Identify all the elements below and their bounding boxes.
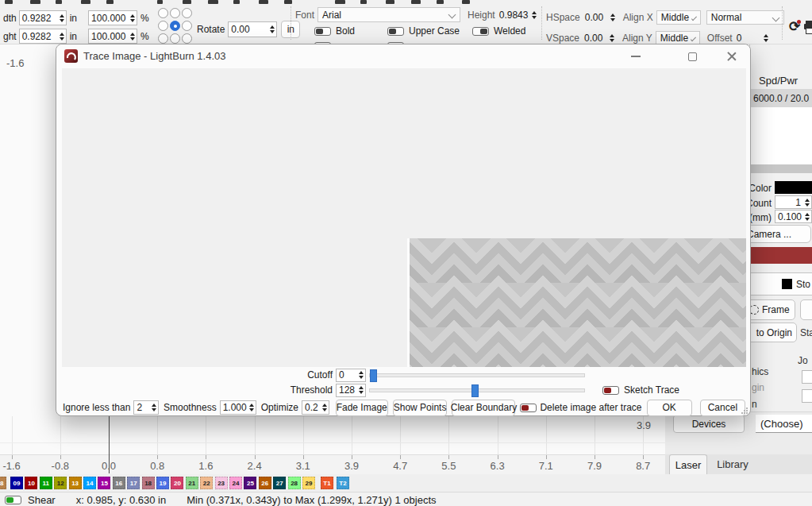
anchor-point[interactable] <box>158 33 168 44</box>
device-choose-combobox[interactable]: (Choose) <box>756 415 812 433</box>
dialog-titlebar[interactable]: Trace Image - LightBurn 1.4.03 <box>56 44 750 68</box>
sync-icon[interactable]: ⟳ <box>787 19 802 35</box>
palette-swatch-17[interactable]: 17 <box>127 477 140 489</box>
height-percent-spinner[interactable] <box>129 33 137 41</box>
palette-swatch-21[interactable]: 21 <box>186 477 198 489</box>
offset-spinner[interactable] <box>762 34 770 42</box>
palette-swatch-20[interactable]: 20 <box>171 477 183 489</box>
cutoff-slider-handle[interactable] <box>370 369 377 382</box>
show-points-button[interactable]: Show Points <box>393 400 448 416</box>
palette-swatch-10[interactable]: 10 <box>25 477 37 489</box>
threshold-slider-handle[interactable] <box>471 384 479 397</box>
rotate-input[interactable]: 0.00 <box>228 21 277 37</box>
style-combobox[interactable]: Normal <box>706 10 784 25</box>
upper-case-toggle[interactable] <box>387 27 404 36</box>
palette-swatch-15[interactable]: 15 <box>98 477 110 489</box>
anchor-point[interactable] <box>170 33 180 44</box>
shear-toggle[interactable] <box>5 496 21 504</box>
anchor-point[interactable] <box>182 8 192 18</box>
palette-swatch-25[interactable]: 25 <box>244 477 256 489</box>
palette-swatch-16[interactable]: 16 <box>113 477 125 489</box>
palette-swatch-22[interactable]: 22 <box>200 477 213 489</box>
ignore-spinner[interactable] <box>150 404 158 411</box>
anchor-grid[interactable] <box>158 8 195 44</box>
width-percent-spinner[interactable] <box>129 14 137 22</box>
font-combobox[interactable]: Arial <box>317 7 460 22</box>
start-button-fragment[interactable]: Sta <box>800 327 812 338</box>
fade-image-button[interactable]: Fade Image <box>336 400 388 416</box>
palette-swatch-28[interactable]: 28 <box>288 477 301 489</box>
vspace-spinner[interactable] <box>608 34 616 42</box>
height-input[interactable]: 0.9282 <box>19 29 67 44</box>
job-origin-field2[interactable] <box>802 389 812 403</box>
width-percent-input[interactable]: 100.000 <box>88 10 137 25</box>
delete-after-toggle[interactable] <box>520 404 537 412</box>
interval-spinner[interactable] <box>803 213 811 221</box>
cancel-button[interactable]: Cancel <box>700 400 745 416</box>
palette-swatch-08[interactable]: 08 <box>0 477 6 489</box>
height-spinner[interactable] <box>58 33 66 41</box>
smoothness-spinner[interactable] <box>248 404 256 411</box>
tab-laser[interactable]: Laser <box>669 454 707 474</box>
anchor-point[interactable] <box>170 8 180 18</box>
cutoff-slider[interactable] <box>369 373 585 377</box>
sketch-trace-toggle[interactable] <box>602 386 619 395</box>
anchor-point[interactable] <box>182 33 192 44</box>
welded-toggle[interactable] <box>472 27 489 36</box>
align-x-combobox[interactable]: Middle <box>656 10 701 25</box>
ok-button[interactable]: OK <box>647 400 692 416</box>
job-origin-field[interactable] <box>802 370 812 384</box>
print-icon[interactable] <box>804 21 812 33</box>
canvas-strip[interactable] <box>0 416 665 454</box>
palette-swatch-24[interactable]: 24 <box>229 477 242 489</box>
maximize-button[interactable] <box>686 50 698 63</box>
threshold-slider[interactable] <box>369 388 585 392</box>
palette-swatch-13[interactable]: 13 <box>69 477 82 489</box>
spd-pwr-header[interactable]: Spd/Pwr <box>759 75 798 87</box>
close-button[interactable] <box>725 50 738 63</box>
bold-toggle[interactable] <box>314 27 331 36</box>
rotate-spinner[interactable] <box>268 25 276 33</box>
cutoff-input[interactable]: 0 <box>336 369 366 382</box>
threshold-spinner[interactable] <box>357 386 365 394</box>
anchor-point[interactable] <box>182 21 192 31</box>
anchor-point[interactable] <box>158 8 168 18</box>
palette-swatch-14[interactable]: 14 <box>83 477 96 489</box>
frame-rect-button[interactable] <box>800 299 812 320</box>
count-input[interactable]: 1 <box>775 195 812 209</box>
offset-value[interactable]: 0 <box>737 33 742 44</box>
tab-library[interactable]: Library <box>709 454 756 474</box>
palette-swatch-26[interactable]: 26 <box>259 477 271 489</box>
optimize-spinner[interactable] <box>321 404 329 411</box>
vspace-value[interactable]: 0.00 <box>584 33 608 44</box>
palette-swatch-29[interactable]: 29 <box>302 477 315 489</box>
count-spinner[interactable] <box>803 199 811 207</box>
font-height-spinner[interactable] <box>530 11 538 19</box>
palette-swatch-23[interactable]: 23 <box>215 477 228 489</box>
palette-swatch-19[interactable]: 19 <box>156 477 169 489</box>
anchor-point[interactable] <box>158 21 168 31</box>
width-input[interactable]: 0.9282 <box>19 10 67 25</box>
optimize-input[interactable]: 0.2 <box>302 400 329 415</box>
anchor-point-selected[interactable] <box>170 21 180 31</box>
layer-row[interactable]: 6000.0 / 20.0 <box>750 89 812 107</box>
minimize-button[interactable] <box>629 50 642 63</box>
layer-list-scrollbar[interactable] <box>750 164 812 173</box>
cutoff-spinner[interactable] <box>357 371 365 379</box>
interval-input[interactable]: 0.100 <box>775 210 812 223</box>
width-spinner[interactable] <box>58 14 66 22</box>
layer-color-swatch[interactable] <box>775 181 812 194</box>
resize-grip[interactable] <box>741 407 749 415</box>
palette-swatch-11[interactable]: 11 <box>40 477 52 489</box>
ignore-input[interactable]: 2 <box>133 400 159 415</box>
palette-swatch-18[interactable]: 18 <box>142 477 155 489</box>
palette-swatch-12[interactable]: 12 <box>54 477 67 489</box>
palette-swatch-T2[interactable]: T2 <box>337 477 349 489</box>
palette-swatch-09[interactable]: 09 <box>10 477 23 489</box>
smoothness-input[interactable]: 1.000 <box>220 400 256 415</box>
height-percent-input[interactable]: 100.000 <box>88 29 137 44</box>
palette-swatch-27[interactable]: 27 <box>273 477 286 489</box>
hspace-spinner[interactable] <box>609 14 617 21</box>
devices-button[interactable]: Devices <box>673 415 745 433</box>
palette-swatch-T1[interactable]: T1 <box>321 477 333 489</box>
